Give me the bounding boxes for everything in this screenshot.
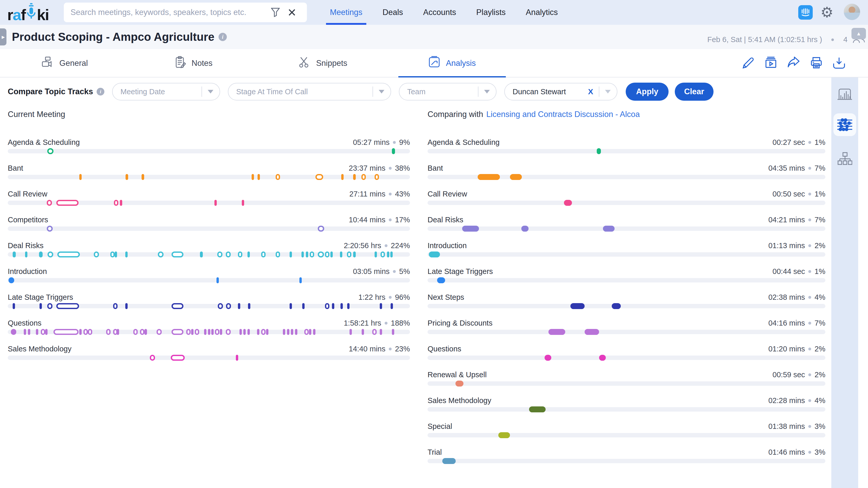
intercom-icon[interactable] [798, 5, 813, 20]
timeline-segment[interactable] [238, 303, 240, 309]
timeline-segment[interactable] [375, 252, 377, 257]
timeline-segment[interactable] [214, 200, 217, 206]
timeline-segment[interactable] [157, 329, 162, 335]
timeline-segment[interactable] [54, 329, 79, 335]
timeline-segment[interactable] [39, 303, 42, 309]
timeline-segment[interactable] [106, 329, 111, 335]
timeline-segment[interactable] [25, 252, 27, 257]
timeline-segment[interactable] [300, 277, 302, 283]
timeline-segment[interactable] [120, 200, 122, 206]
timeline-segment[interactable] [115, 252, 117, 257]
timeline-segment[interactable] [248, 303, 250, 309]
settings-gear-icon[interactable]: ⚙ [820, 4, 833, 21]
expand-panel-chevron-icon[interactable]: ▸ [0, 28, 6, 45]
timeline-segment[interactable] [302, 303, 305, 309]
timeline-segment[interactable] [133, 329, 138, 335]
timeline-segment[interactable] [612, 303, 621, 309]
timeline-segment[interactable] [313, 329, 315, 335]
stage-at-time-of-call-dropdown[interactable]: Stage At Time Of Call [228, 83, 391, 100]
timeline-segment[interactable] [380, 252, 385, 257]
timeline-segment[interactable] [295, 329, 297, 335]
timeline-segment[interactable] [498, 432, 510, 438]
search-clear-icon[interactable] [284, 4, 300, 21]
timeline-segment[interactable] [47, 148, 54, 154]
compare-info-icon[interactable]: i [97, 88, 104, 96]
timeline-segment[interactable] [47, 200, 52, 206]
timeline-segment[interactable] [392, 148, 395, 154]
timeline-segment[interactable] [261, 252, 266, 257]
tab-snippets[interactable]: Snippets [258, 49, 388, 77]
timeline-segment[interactable] [56, 303, 79, 309]
timeline-segment[interactable] [242, 200, 244, 206]
timeline-segment[interactable] [289, 303, 292, 309]
timeline-segment[interactable] [211, 329, 214, 335]
timeline-segment[interactable] [462, 226, 479, 232]
timeline-segment[interactable] [362, 329, 364, 335]
timeline-segment[interactable] [252, 174, 254, 180]
timeline-segment[interactable] [349, 329, 352, 335]
rail-stats-chart-icon[interactable] [831, 81, 858, 108]
timeline-segment[interactable] [171, 355, 185, 361]
timeline-segment[interactable] [318, 226, 324, 232]
timeline-segment[interactable] [195, 329, 199, 335]
timeline-segment[interactable] [126, 174, 128, 180]
timeline-segment[interactable] [380, 329, 382, 335]
timeline-segment[interactable] [243, 329, 246, 335]
timeline-segment[interactable] [145, 329, 147, 335]
timeline-segment[interactable] [478, 174, 500, 180]
timeline-segment[interactable] [291, 329, 293, 335]
timeline-segment[interactable] [114, 200, 118, 206]
timeline-segment[interactable] [302, 252, 304, 257]
timeline-segment[interactable] [545, 355, 551, 361]
timeline-segment[interactable] [172, 329, 184, 335]
clear-button[interactable]: Clear [675, 83, 714, 101]
team-dropdown[interactable]: Team [399, 83, 497, 100]
timeline-segment[interactable] [94, 252, 99, 257]
timeline-segment[interactable] [437, 277, 445, 283]
timeline-segment[interactable] [186, 329, 191, 335]
tab-notes[interactable]: Notes [129, 49, 258, 77]
timeline-segment[interactable] [45, 329, 48, 335]
clear-selection-x-icon[interactable]: X [584, 87, 597, 96]
timeline-segment[interactable] [332, 303, 334, 309]
timeline-segment[interactable] [331, 252, 333, 257]
timeline-segment[interactable] [150, 355, 155, 361]
timeline-segment[interactable] [11, 329, 16, 335]
download-icon[interactable] [832, 56, 846, 70]
timeline-segment[interactable] [142, 174, 144, 180]
timeline-segment[interactable] [238, 252, 242, 257]
timeline-segment[interactable] [347, 252, 351, 257]
timeline-segment[interactable] [310, 252, 314, 257]
timeline-segment[interactable] [204, 329, 207, 335]
timeline-segment[interactable] [570, 303, 585, 309]
timeline-segment[interactable] [325, 252, 330, 257]
timeline-segment[interactable] [549, 329, 565, 335]
apply-button[interactable]: Apply [626, 83, 669, 101]
search-filter-icon[interactable] [267, 4, 284, 21]
timeline-segment[interactable] [56, 200, 79, 206]
timeline-segment[interactable] [172, 303, 184, 309]
timeline-segment[interactable] [266, 329, 269, 335]
timeline-segment[interactable] [84, 329, 88, 335]
timeline-segment[interactable] [226, 303, 231, 309]
timeline-segment[interactable] [442, 458, 456, 464]
timeline-segment[interactable] [529, 406, 546, 412]
timeline-segment[interactable] [47, 226, 53, 232]
timeline-segment[interactable] [125, 303, 128, 309]
rafiki-logo[interactable]: raf ki [7, 3, 49, 23]
rail-topic-tracks-icon[interactable] [833, 113, 856, 136]
timeline-segment[interactable] [261, 329, 266, 335]
user-avatar[interactable] [844, 4, 860, 20]
meeting-date-dropdown[interactable]: Meeting Date [112, 83, 220, 100]
timeline-segment[interactable] [226, 329, 231, 335]
timeline-segment[interactable] [200, 252, 203, 257]
timeline-segment[interactable] [585, 329, 599, 335]
timeline-segment[interactable] [79, 329, 82, 335]
timeline-segment[interactable] [510, 174, 522, 180]
timeline-segment[interactable] [429, 252, 440, 257]
timeline-segment[interactable] [341, 174, 344, 180]
timeline-segment[interactable] [391, 303, 393, 309]
timeline-segment[interactable] [325, 303, 330, 309]
timeline-segment[interactable] [564, 200, 572, 206]
nav-analytics[interactable]: Analytics [516, 0, 568, 25]
